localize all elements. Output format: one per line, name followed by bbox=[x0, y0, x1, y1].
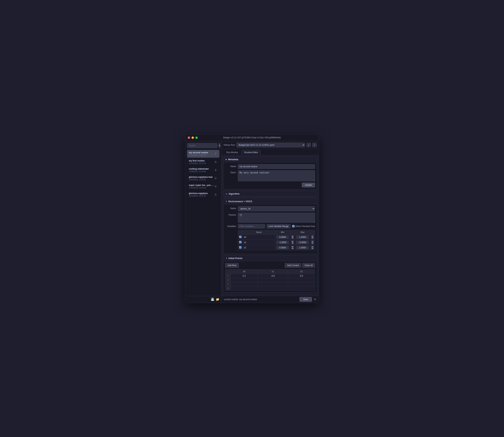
ip-row-number: 4 bbox=[225, 286, 231, 290]
history-prev-button[interactable]: ‹ bbox=[306, 143, 311, 147]
var-min-input[interactable] bbox=[276, 241, 289, 244]
routine-info: my second routine 11/13/2023, 12:40:28 bbox=[189, 151, 214, 156]
show-checked-label[interactable]: Show Checked Only bbox=[292, 225, 315, 228]
environment-header[interactable]: ▼ Environment + VOCS bbox=[223, 199, 317, 204]
descr-textarea[interactable] bbox=[238, 170, 315, 181]
add-row-button[interactable]: Add Row bbox=[225, 263, 239, 268]
var-min-cell bbox=[275, 245, 290, 250]
routine-name: super super lon...you know that! bbox=[189, 184, 214, 187]
routine-date: 10/18/2023, 22:52:20 bbox=[189, 195, 214, 197]
descr-row: Descr bbox=[225, 170, 315, 181]
var-max-input[interactable] bbox=[296, 241, 309, 244]
var-min-input[interactable] bbox=[276, 235, 289, 239]
initial-points-header[interactable]: ▼ Initial Points bbox=[223, 255, 317, 261]
current-routine-label: current routine: my second routine bbox=[224, 298, 257, 301]
add-routine-button[interactable]: + bbox=[218, 143, 220, 148]
var-min-up-button[interactable]: ▲ bbox=[291, 241, 294, 242]
delete-routine-button[interactable]: 🗑 bbox=[214, 168, 217, 172]
var-min-up-button[interactable]: ▲ bbox=[291, 246, 294, 248]
var-max-up-button[interactable]: ▲ bbox=[311, 235, 314, 237]
name-col-header: Name bbox=[243, 230, 275, 234]
clear-all-button[interactable]: Clear All bbox=[302, 263, 315, 268]
variables-toolbar: Limit Variable Range Show Checked Only bbox=[238, 224, 315, 228]
ip-row-number: 1 bbox=[225, 274, 231, 278]
var-max-spinner-cell: ▲ ▼ bbox=[310, 245, 315, 250]
routine-list-item[interactable]: my first routine 11/10/2023, 12:37:24 🗑 bbox=[187, 158, 219, 166]
var-max-down-button[interactable]: ▼ bbox=[311, 237, 314, 239]
routine-list-item[interactable]: my second routine 11/13/2023, 12:40:28 🗑 bbox=[187, 150, 219, 158]
sidebar-bottom: 💾 📁 bbox=[187, 296, 219, 301]
var-min-down-button[interactable]: ▼ bbox=[291, 242, 294, 244]
delete-routine-button[interactable]: 🗑 bbox=[214, 176, 217, 180]
metadata-label: Metadata bbox=[228, 158, 238, 161]
limit-variable-range-button[interactable]: Limit Variable Range bbox=[267, 224, 291, 228]
var-max-spinners: ▲ ▼ bbox=[311, 241, 314, 244]
initial-points-section: ▼ Initial Points Add Row Add Current Cle… bbox=[223, 255, 317, 293]
var-min-down-button[interactable]: ▼ bbox=[291, 237, 294, 239]
var-max-up-button[interactable]: ▲ bbox=[311, 241, 314, 242]
update-button[interactable]: Update bbox=[302, 183, 315, 187]
metadata-header[interactable]: ▶ Metadata bbox=[223, 157, 317, 162]
var-checkbox[interactable] bbox=[239, 241, 241, 243]
ip-table-header: x0 x1 x2 bbox=[225, 269, 315, 274]
var-min-spinners: ▲ ▼ bbox=[291, 235, 294, 239]
routine-info: rustling-sidewinder 11/08/2023, 10:18:08 bbox=[189, 168, 214, 172]
var-max-input[interactable] bbox=[296, 235, 309, 239]
var-max-up-button[interactable]: ▲ bbox=[311, 246, 314, 248]
minimize-traffic-light[interactable] bbox=[192, 137, 194, 139]
filter-variables-input[interactable] bbox=[238, 224, 265, 228]
routine-name: rustling-sidewinder bbox=[189, 168, 214, 170]
env-params-textarea[interactable] bbox=[238, 213, 315, 223]
var-max-down-button[interactable]: ▼ bbox=[311, 242, 314, 244]
delete-routine-button[interactable]: 🗑 bbox=[214, 184, 217, 188]
ip-x2-cell: 0.9 bbox=[288, 274, 315, 278]
var-max-down-button[interactable]: ▼ bbox=[311, 248, 314, 249]
export-icon[interactable]: 💾 bbox=[211, 298, 214, 301]
ip-table-row: 2 bbox=[225, 278, 315, 282]
update-btn-row: Update bbox=[225, 183, 315, 187]
history-select[interactable]: BadgerOpt-2023-11-13-124031.yaml bbox=[237, 143, 305, 147]
settings-gear-icon[interactable]: ⚙ bbox=[314, 298, 316, 301]
env-name-select[interactable]: sphere_3d bbox=[238, 206, 315, 211]
routine-list-item[interactable]: glorious-capybara-max 11/07/2023, 11:03:… bbox=[187, 174, 219, 182]
maximize-traffic-light[interactable] bbox=[195, 137, 198, 139]
close-traffic-light[interactable] bbox=[188, 137, 190, 139]
var-min-spinners: ▲ ▼ bbox=[291, 246, 294, 249]
ip-x0-cell bbox=[231, 282, 258, 286]
max-spin-col-header bbox=[310, 230, 315, 234]
tab-run-monitor[interactable]: Run Monitor bbox=[224, 150, 241, 155]
routine-name: glorious-capybara-max bbox=[189, 176, 214, 178]
ip-x0-cell bbox=[231, 278, 258, 282]
add-current-button[interactable]: Add Current bbox=[285, 263, 301, 268]
name-input[interactable] bbox=[238, 164, 315, 169]
routine-date: 11/07/2023, 11:03:32 bbox=[189, 179, 214, 181]
ip-table-row: 3 bbox=[225, 282, 315, 286]
variables-panel: Limit Variable Range Show Checked Only bbox=[238, 224, 315, 250]
import-icon[interactable]: 📁 bbox=[216, 298, 219, 301]
ip-x2-cell bbox=[288, 282, 315, 286]
delete-routine-button[interactable]: 🗑 bbox=[214, 193, 217, 196]
var-max-input[interactable] bbox=[296, 246, 309, 249]
show-checked-checkbox[interactable] bbox=[292, 225, 295, 227]
routine-list-item[interactable]: rustling-sidewinder 11/08/2023, 10:18:08… bbox=[187, 166, 219, 174]
ip-row-number: 2 bbox=[225, 278, 231, 282]
var-checkbox[interactable] bbox=[239, 246, 241, 248]
var-min-down-button[interactable]: ▼ bbox=[291, 248, 294, 249]
algorithm-header[interactable]: ► Algorithm bbox=[223, 191, 317, 197]
var-checkbox[interactable] bbox=[239, 236, 241, 238]
tab-routine-editor[interactable]: Routine Editor bbox=[241, 150, 261, 155]
routine-date: 11/03/2023, 12:53:43 bbox=[189, 187, 214, 189]
routine-list-item[interactable]: glorious-capybara 10/18/2023, 22:52:20 🗑 bbox=[187, 191, 219, 199]
var-min-up-button[interactable]: ▲ bbox=[291, 235, 294, 237]
var-min-cell bbox=[275, 234, 290, 240]
variable-row: x0 ▲ ▼ ▲ ▼ bbox=[238, 234, 315, 240]
routine-list-item[interactable]: super super lon...you know that! 11/03/2… bbox=[187, 182, 219, 190]
history-next-button[interactable]: › bbox=[312, 143, 317, 147]
delete-routine-button[interactable]: 🗑 bbox=[214, 160, 217, 164]
delete-routine-button[interactable]: 🗑 bbox=[214, 152, 217, 156]
sidebar-search-row: + bbox=[187, 143, 219, 148]
var-min-input[interactable] bbox=[276, 246, 289, 249]
routine-date: 11/08/2023, 10:18:08 bbox=[189, 170, 214, 172]
search-input[interactable] bbox=[187, 143, 217, 148]
save-button[interactable]: Save bbox=[299, 297, 312, 302]
